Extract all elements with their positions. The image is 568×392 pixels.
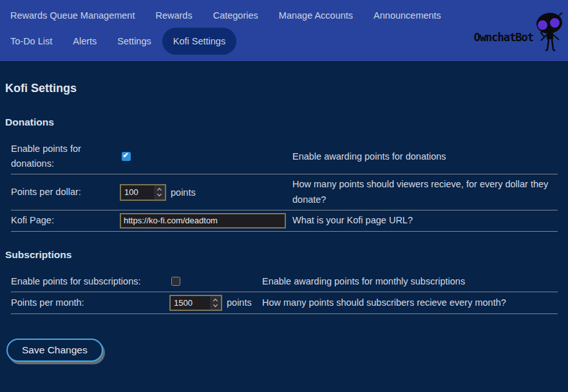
subscriptions-settings-table: Enable points for subscriptions: Enable … [11,272,558,314]
points-suffix-label: points [227,297,252,308]
kofi-page-label: Kofi Page: [11,213,120,228]
points-per-dollar-row: Points per dollar: points How many point… [11,174,558,210]
points-per-dollar-description: How many points should viewers recieve, … [292,177,558,207]
enable-donations-checkbox[interactable]: ✔ [122,152,131,161]
points-per-dollar-input-wrap [120,184,166,201]
save-changes-button[interactable]: Save Changes [6,339,103,362]
nav-item-alerts[interactable]: Alerts [73,36,97,46]
points-per-month-description: How many points should subscribers recie… [262,295,558,310]
stepper-down-icon[interactable] [213,303,218,307]
enable-subscriptions-row: Enable points for subscriptions: Enable … [11,272,558,292]
logo-text: OwnchatBot [474,31,533,44]
kofi-settings-page: Kofi Settings Donations Enable points fo… [0,82,568,362]
enable-subscriptions-description: Enable awarding points for monthly subsc… [262,274,558,289]
kofi-page-description: What is your Kofi page URL? [292,213,558,228]
points-per-dollar-input[interactable] [121,185,154,200]
nav-item-manage-accounts[interactable]: Manage Accounts [279,10,353,21]
points-per-month-label: Points per month: [11,295,169,310]
points-per-month-row: Points per month: points How many points… [11,292,558,314]
kofi-page-url-input[interactable] [120,213,286,229]
nav-item-rewards[interactable]: Rewards [155,10,192,21]
top-navbar: Rewards Queue Management Rewards Categor… [0,0,568,62]
page-title: Kofi Settings [5,82,563,95]
points-per-dollar-label: Points per dollar: [11,185,120,200]
nav-item-announcements[interactable]: Announcements [374,10,441,21]
donations-settings-table: Enable points for donations: ✔ Enable aw… [11,139,558,232]
nav-item-todo-list[interactable]: To-Do List [10,36,52,46]
number-stepper[interactable] [210,296,221,310]
subscriptions-section-heading: Subscriptions [5,249,563,261]
nav-item-kofi-settings-active[interactable]: Kofi Settings [162,28,236,55]
kofi-page-row: Kofi Page: What is your Kofi page URL? [11,210,558,232]
enable-donations-row: Enable points for donations: ✔ Enable aw… [11,139,558,174]
points-per-month-input-wrap [169,295,222,311]
robot-mascot-icon [533,12,565,53]
points-suffix-label: points [171,187,196,198]
ownchatbot-logo: OwnchatBot [474,12,565,53]
nav-item-categories[interactable]: Categories [213,10,258,21]
enable-subscriptions-checkbox[interactable] [171,277,180,286]
donations-section-heading: Donations [5,117,563,128]
enable-donations-description: Enable awarding points for donations [292,149,558,164]
enable-donations-label: Enable points for donations: [11,142,120,171]
points-per-month-input[interactable] [171,296,210,310]
nav-item-rewards-queue-management[interactable]: Rewards Queue Management [10,10,135,21]
nav-item-settings[interactable]: Settings [117,36,151,46]
enable-subscriptions-label: Enable points for subscriptions: [11,274,169,289]
number-stepper[interactable] [154,185,165,200]
stepper-down-icon[interactable] [157,192,162,196]
checkmark-icon: ✔ [123,151,129,160]
